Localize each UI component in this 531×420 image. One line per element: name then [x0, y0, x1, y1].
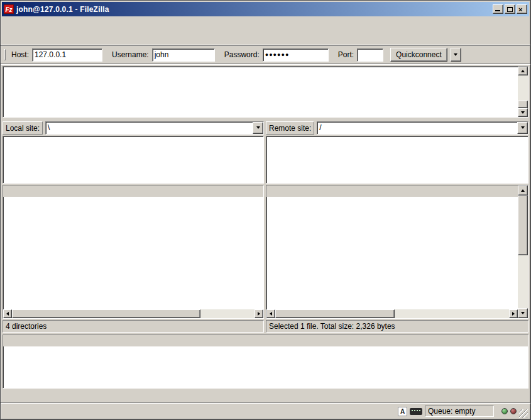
title-bar: Fz john@127.0.0.1 - FileZilla ×: [2, 2, 529, 16]
scroll-down-button[interactable]: [518, 108, 528, 117]
scrollbar-thumb[interactable]: [518, 101, 528, 108]
scroll-right-button[interactable]: [509, 309, 518, 318]
local-pane: Local site: \: [3, 121, 264, 333]
filezilla-app-icon: Fz: [4, 4, 14, 14]
password-label: Password:: [224, 50, 260, 59]
chevron-down-icon: [256, 126, 260, 129]
arrow-up-icon: [521, 189, 525, 192]
remote-status-text: Selected 1 file. Total size: 2,326 bytes: [266, 320, 528, 333]
transfer-queue: [3, 334, 528, 389]
local-list-rows: [3, 197, 263, 309]
local-horizontal-scrollbar[interactable]: [3, 309, 263, 318]
window-title: john@127.0.0.1 - FileZilla: [16, 5, 491, 14]
send-activity-led-icon: [501, 408, 508, 414]
chevron-down-icon: [454, 53, 457, 56]
host-label: Host:: [11, 50, 29, 59]
scroll-right-button[interactable]: [255, 309, 263, 318]
arrow-up-icon: [521, 70, 525, 72]
queue-tabs: [1, 389, 530, 403]
arrow-down-icon: [521, 111, 525, 114]
close-icon: ×: [518, 6, 522, 13]
password-input[interactable]: [263, 48, 329, 62]
remote-site-value: /: [317, 122, 517, 134]
port-label: Port:: [338, 50, 354, 59]
scroll-left-button[interactable]: [3, 309, 12, 318]
local-site-combo[interactable]: \: [45, 121, 264, 135]
remote-site-label: Remote site:: [266, 121, 314, 135]
minimize-button[interactable]: [493, 4, 503, 14]
arrow-left-icon: [270, 312, 272, 316]
quickconnect-button[interactable]: Quickconnect: [390, 48, 447, 62]
toolbar: [1, 28, 530, 45]
username-input[interactable]: [152, 48, 215, 62]
scrollbar-thumb[interactable]: [12, 309, 200, 318]
status-bar: A Queue: empty: [1, 403, 530, 419]
remote-site-combo[interactable]: /: [317, 121, 528, 135]
arrow-right-icon: [258, 312, 260, 316]
remote-file-list: [266, 185, 528, 319]
local-file-list: [3, 185, 264, 319]
chevron-down-icon: [521, 126, 525, 129]
data-type-indicator-icon: A: [398, 407, 407, 416]
browser-panes: Local site: \: [1, 119, 530, 334]
local-site-value: \: [46, 122, 253, 134]
arrow-right-icon: [512, 312, 515, 316]
resize-grip[interactable]: [519, 409, 528, 418]
queue-header: [3, 335, 528, 346]
toolbar-grip[interactable]: [4, 49, 6, 60]
queue-rows: [3, 346, 528, 388]
local-list-header: [3, 185, 263, 197]
queue-status-panel: Queue: empty: [425, 406, 494, 417]
quickconnect-dropdown-button[interactable]: [451, 48, 461, 62]
remote-vertical-scrollbar[interactable]: [518, 185, 528, 318]
quickconnect-bar: Host: Username: Password: Port: Quickcon…: [1, 45, 530, 64]
local-site-dropdown-button[interactable]: [253, 122, 263, 134]
remote-list-rows: [266, 197, 518, 309]
message-log: [3, 67, 518, 117]
host-input[interactable]: [32, 48, 102, 62]
scrollbar-thumb[interactable]: [275, 309, 395, 318]
scroll-up-button[interactable]: [518, 185, 528, 196]
receive-activity-led-icon: [510, 408, 517, 414]
local-site-label: Local site:: [3, 121, 43, 135]
arrow-left-icon: [6, 312, 9, 316]
remote-horizontal-scrollbar[interactable]: [266, 309, 518, 318]
remote-list-header: [266, 185, 518, 197]
remote-pane: Remote site: /: [266, 121, 528, 333]
close-button[interactable]: ×: [517, 4, 527, 14]
local-tree: [3, 136, 264, 184]
scroll-up-button[interactable]: [518, 67, 528, 75]
username-label: Username:: [112, 50, 149, 59]
scroll-left-button[interactable]: [266, 309, 275, 318]
message-log-pane: [3, 66, 528, 118]
local-status-text: 4 directories: [3, 320, 264, 333]
minimize-icon: [495, 10, 500, 11]
maximize-icon: [507, 7, 513, 12]
maximize-button[interactable]: [505, 4, 515, 14]
log-vertical-scrollbar[interactable]: [518, 67, 528, 117]
arrow-down-icon: [521, 312, 525, 314]
scrollbar-thumb[interactable]: [518, 196, 528, 255]
remote-tree: [266, 136, 528, 184]
scroll-down-button[interactable]: [518, 308, 528, 318]
remote-site-dropdown-button[interactable]: [517, 122, 528, 134]
filezilla-window: Fz john@127.0.0.1 - FileZilla × Host: Us…: [0, 0, 531, 420]
menu-bar: [1, 16, 530, 28]
speed-limits-icon: [410, 408, 422, 415]
port-input[interactable]: [357, 48, 383, 62]
